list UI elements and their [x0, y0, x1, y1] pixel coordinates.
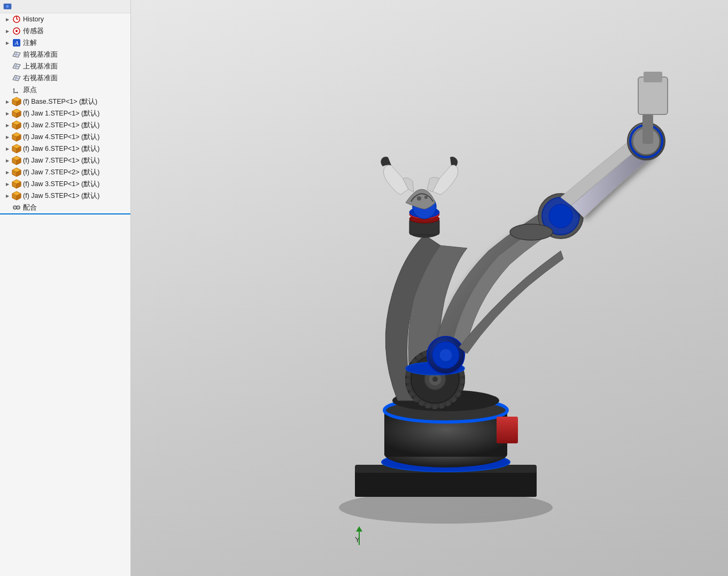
- arrow-jaw6: ▶: [4, 145, 11, 152]
- part-icon: [12, 144, 21, 153]
- part-icon: [12, 191, 21, 201]
- svg-point-6: [16, 30, 18, 32]
- svg-rect-70: [497, 417, 518, 443]
- tree-item-jaw7b[interactable]: ▶ (f) Jaw 7.STEP<2> (默认): [0, 166, 130, 178]
- feature-tree-sidebar: ▶ History▶ 传感器▶ A 注解 前视基准面 上视基准面: [0, 0, 131, 576]
- label-history: History: [23, 16, 44, 23]
- arrow-origin: [4, 87, 11, 93]
- model-tree-header: [0, 0, 130, 13]
- robot-3d-view: Y: [131, 0, 728, 576]
- svg-point-80: [439, 349, 452, 362]
- label-jaw2: (f) Jaw 2.STEP<1> (默认): [23, 121, 99, 130]
- tree-item-top-plane[interactable]: 上视基准面: [0, 60, 130, 72]
- plane-icon: [12, 73, 21, 83]
- part-icon: [12, 120, 21, 130]
- svg-point-98: [424, 196, 428, 199]
- tree-item-sensor[interactable]: ▶ 传感器: [0, 25, 130, 37]
- svg-rect-63: [521, 473, 537, 497]
- label-top-plane: 上视基准面: [23, 62, 58, 71]
- svg-point-90: [510, 224, 553, 240]
- 3d-viewport[interactable]: Y: [131, 0, 728, 576]
- mate-icon: [12, 203, 21, 212]
- arrow-jaw7b: ▶: [4, 169, 11, 175]
- arrow-jaw4: ▶: [4, 134, 11, 140]
- arrow-jaw3: ▶: [4, 181, 11, 187]
- label-match: 配合: [23, 203, 37, 212]
- tree-item-history[interactable]: ▶ History: [0, 13, 130, 25]
- arrow-base: ▶: [4, 98, 11, 105]
- arrow-front-plane: [4, 51, 11, 58]
- tree-item-jaw5[interactable]: ▶ (f) Jaw 5.STEP<1> (默认): [0, 190, 130, 202]
- plane-icon: [12, 50, 21, 59]
- svg-point-76: [432, 377, 438, 382]
- label-origin: 原点: [23, 86, 37, 95]
- svg-rect-89: [642, 114, 653, 144]
- label-front-plane: 前视基准面: [23, 50, 58, 59]
- tree-item-jaw4[interactable]: ▶ (f) Jaw 4.STEP<1> (默认): [0, 131, 130, 143]
- tree-item-jaw7a[interactable]: ▶ (f) Jaw 7.STEP<1> (默认): [0, 155, 130, 166]
- tree-item-jaw2[interactable]: ▶ (f) Jaw 2.STEP<1> (默认): [0, 119, 130, 131]
- part-icon: [12, 167, 21, 177]
- svg-marker-18: [13, 88, 15, 89]
- arrow-history: ▶: [4, 16, 11, 22]
- label-jaw6: (f) Jaw 6.STEP<1> (默认): [23, 144, 99, 153]
- svg-point-97: [417, 196, 421, 201]
- label-jaw5: (f) Jaw 5.STEP<1> (默认): [23, 191, 99, 201]
- tree-items-container: ▶ History▶ 传感器▶ A 注解 前视基准面 上视基准面: [0, 13, 130, 214]
- label-right-plane: 右视基准面: [23, 74, 58, 83]
- svg-point-83: [549, 204, 572, 228]
- annotation-icon: A: [12, 38, 21, 48]
- arrow-jaw5: ▶: [4, 193, 11, 199]
- model-icon: [3, 2, 12, 11]
- part-icon: [12, 109, 21, 118]
- label-jaw7b: (f) Jaw 7.STEP<2> (默认): [23, 168, 99, 177]
- tree-item-front-plane[interactable]: 前视基准面: [0, 49, 130, 60]
- tree-item-jaw1[interactable]: ▶ (f) Jaw 1.STEP<1> (默认): [0, 107, 130, 119]
- svg-rect-87: [638, 77, 668, 114]
- tree-item-origin[interactable]: 原点: [0, 84, 130, 96]
- arrow-jaw1: ▶: [4, 110, 11, 117]
- robot-arm-svg: Y: [189, 26, 670, 550]
- tree-item-match[interactable]: 配合: [0, 202, 130, 214]
- tree-item-right-plane[interactable]: 右视基准面: [0, 72, 130, 84]
- part-icon: [12, 97, 21, 106]
- svg-marker-16: [17, 91, 18, 94]
- label-jaw7a: (f) Jaw 7.STEP<1> (默认): [23, 156, 99, 165]
- part-icon: [12, 132, 21, 142]
- tree-item-base[interactable]: ▶ (f) Base.STEP<1> (默认): [0, 96, 130, 107]
- part-icon: [12, 179, 21, 189]
- sensor-icon: [12, 26, 21, 36]
- arrow-annotation: ▶: [4, 40, 11, 46]
- label-jaw3: (f) Jaw 3.STEP<1> (默认): [23, 180, 99, 189]
- svg-point-1: [6, 5, 9, 8]
- label-jaw1: (f) Jaw 1.STEP<1> (默认): [23, 109, 99, 118]
- svg-rect-62: [355, 473, 371, 497]
- svg-rect-88: [644, 72, 662, 82]
- arrow-top-plane: [4, 63, 11, 70]
- origin-icon: [12, 85, 21, 95]
- arrow-match: [4, 204, 11, 211]
- svg-point-19: [13, 92, 15, 94]
- label-base: (f) Base.STEP<1> (默认): [23, 97, 97, 106]
- part-icon: [12, 156, 21, 165]
- svg-text:A: A: [14, 40, 19, 46]
- plane-icon: [12, 62, 21, 71]
- tree-item-annotation[interactable]: ▶ A 注解: [0, 37, 130, 49]
- svg-marker-101: [356, 526, 362, 532]
- history-icon: [12, 14, 21, 24]
- arrow-sensor: ▶: [4, 28, 11, 34]
- tree-item-jaw6[interactable]: ▶ (f) Jaw 6.STEP<1> (默认): [0, 143, 130, 155]
- tree-item-jaw3[interactable]: ▶ (f) Jaw 3.STEP<1> (默认): [0, 178, 130, 190]
- arrow-jaw7a: ▶: [4, 157, 11, 164]
- label-sensor: 传感器: [23, 27, 44, 36]
- arrow-jaw2: ▶: [4, 122, 11, 128]
- arrow-right-plane: [4, 75, 11, 81]
- label-jaw4: (f) Jaw 4.STEP<1> (默认): [23, 133, 99, 142]
- label-annotation: 注解: [23, 39, 37, 48]
